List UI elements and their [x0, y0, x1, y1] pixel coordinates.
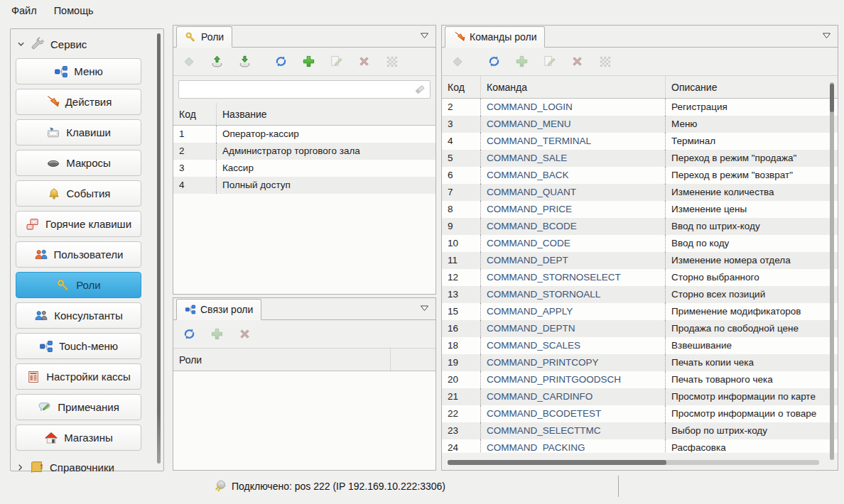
table-row[interactable]: 16COMMAND_DEPTNПродажа по свободной цене: [442, 320, 838, 337]
tab-role-commands[interactable]: Команды роли: [445, 26, 545, 48]
refresh-button[interactable]: [486, 54, 502, 70]
role-commands-panel: Команды роли КодКомандаОписание2COMMAND_…: [441, 25, 838, 471]
table-row[interactable]: 8COMMAND_PRICEИзменение цены: [442, 201, 838, 218]
add-button[interactable]: [514, 54, 529, 70]
table-row[interactable]: 15COMMAND_APPLYПрименение модификаторов: [442, 303, 838, 320]
sidebar-item-users[interactable]: Пользователи: [16, 241, 141, 268]
table-row[interactable]: 4COMMAND_TERMINALТерминал: [442, 133, 838, 150]
sidebar-item-consultants[interactable]: Консультанты: [16, 302, 141, 329]
column-header[interactable]: Команда: [480, 76, 665, 98]
tab-roles[interactable]: Роли: [176, 26, 232, 48]
grid-button[interactable]: [597, 54, 612, 70]
table-cell: 15: [442, 303, 480, 320]
sidebar-item-menu[interactable]: Меню: [16, 58, 141, 84]
table-row[interactable]: 2Администратор торгового зала: [173, 143, 435, 160]
consultants-icon: [34, 309, 48, 323]
panel-menu-icon[interactable]: [420, 32, 429, 39]
table-row[interactable]: 3Кассир: [173, 160, 435, 177]
column-header[interactable]: Код: [442, 76, 480, 98]
red-x-icon: [357, 55, 371, 68]
table-row[interactable]: 21COMMAND_CARDINFOПросмотр информации по…: [442, 388, 838, 405]
table-row[interactable]: 4Полный доступ: [173, 177, 435, 194]
lightning-icon: [453, 31, 465, 43]
delete-button[interactable]: [356, 54, 372, 70]
table-row[interactable]: 18COMMAND_SCALESВзвешивание: [442, 337, 838, 354]
column-header[interactable]: Название: [216, 103, 435, 125]
sidebar-item-touch-menu[interactable]: Touch-меню: [16, 333, 141, 359]
sidebar-item-pos-settings[interactable]: Настройки кассы: [16, 363, 141, 390]
eraser-icon[interactable]: [413, 83, 426, 96]
table-row[interactable]: 23COMMAND_SELECTTMCВыбор по штрих-коду: [442, 422, 838, 439]
vertical-scrollbar-thumb[interactable]: [830, 84, 834, 112]
table-cell: Терминал: [665, 133, 838, 150]
delete-button[interactable]: [569, 54, 585, 70]
vertical-scrollbar[interactable]: [830, 82, 834, 460]
apply-button[interactable]: [181, 54, 197, 70]
table-row[interactable]: 10COMMAND_CODEВвод по коду: [442, 235, 838, 252]
download-button[interactable]: [237, 54, 252, 70]
book-icon: [29, 459, 45, 475]
table-cell: 13: [442, 286, 480, 303]
table-cell: 23: [442, 422, 480, 439]
panel-menu-icon[interactable]: [822, 32, 831, 39]
chevron-down-icon: [17, 40, 25, 48]
role-links-panel: Связи роли Роли: [173, 297, 436, 471]
grid-button[interactable]: [384, 54, 399, 70]
statusbar-separator: [618, 476, 619, 497]
red-x-icon: [238, 327, 251, 341]
column-header[interactable]: [390, 349, 435, 371]
table-row[interactable]: 19COMMAND_PRINTCOPYПечать копии чека: [442, 354, 838, 371]
refresh-icon: [183, 327, 196, 341]
wrench-icon: [30, 36, 45, 52]
delete-button[interactable]: [237, 327, 252, 342]
tab-role-links[interactable]: Связи роли: [176, 299, 261, 320]
refresh-button[interactable]: [181, 327, 197, 342]
table-row[interactable]: 22COMMAND_BCODETESTПросмотр информации о…: [442, 405, 838, 422]
table-row[interactable]: 2COMMAND_LOGINРегистрация: [442, 99, 838, 116]
sidebar-item-hotkeys[interactable]: Горячие клавиши: [16, 211, 141, 237]
users-icon: [34, 248, 48, 262]
panel-menu-icon[interactable]: [420, 305, 429, 312]
table-row[interactable]: 3COMMAND_MENUМеню: [442, 116, 838, 133]
table-row[interactable]: 5COMMAND_SALEПереход в режим "продажа": [442, 150, 838, 167]
table-cell: Изменение номера отдела: [665, 252, 838, 269]
add-button[interactable]: [209, 327, 224, 342]
table-row[interactable]: 7COMMAND_QUANTИзменение количества: [442, 184, 838, 201]
column-header[interactable]: Описание: [665, 76, 838, 98]
sidebar-item-notes[interactable]: Примечания: [16, 394, 141, 420]
table-row[interactable]: 12COMMAND_STORNOSELECTСторно выбранного: [442, 269, 838, 286]
sidebar-scrollbar-thumb[interactable]: [157, 33, 161, 464]
menubar-item-help[interactable]: Помощь: [47, 3, 101, 18]
column-header[interactable]: Код: [173, 103, 216, 125]
add-button[interactable]: [301, 54, 316, 70]
apply-button[interactable]: [450, 54, 465, 70]
table-row[interactable]: 6COMMAND_BACKПереход в режим "возврат": [442, 167, 838, 184]
table-row[interactable]: 24COMMAND_PACKINGРасфасовка: [442, 439, 838, 452]
table-row[interactable]: 13COMMAND_STORNOALLСторно всех позиций: [442, 286, 838, 303]
edit-button[interactable]: [541, 54, 557, 70]
key-icon: [56, 278, 70, 292]
diamond-icon: [451, 55, 464, 68]
table-row[interactable]: 1Оператор-кассир: [173, 126, 435, 143]
table-row[interactable]: 20COMMAND_PRINTGOODSCHПечать товарного ч…: [442, 371, 838, 388]
refresh-button[interactable]: [273, 54, 288, 70]
menubar-item-file[interactable]: Файл: [4, 3, 44, 18]
table-cell: 6: [442, 167, 480, 184]
section-header-service[interactable]: Сервис: [11, 32, 163, 56]
horizontal-scrollbar-thumb[interactable]: [448, 460, 666, 465]
filter-input[interactable]: [178, 80, 431, 99]
edit-button[interactable]: [328, 54, 344, 70]
table-cell: COMMAND_TERMINAL: [480, 133, 665, 150]
column-header[interactable]: Роли: [173, 349, 390, 371]
sidebar-item-actions[interactable]: Действия: [16, 89, 141, 115]
table-row[interactable]: 9COMMAND_BCODEВвод по штрих-коду: [442, 218, 838, 235]
sidebar-item-macros[interactable]: Макросы: [16, 150, 141, 176]
table-row[interactable]: 11COMMAND_DEPTИзменение номера отдела: [442, 252, 838, 269]
sidebar-item-keys[interactable]: Клавиши: [16, 119, 141, 146]
horizontal-scrollbar[interactable]: [448, 460, 819, 465]
sidebar-item-stores[interactable]: Магазины: [16, 424, 141, 451]
sidebar-item-events[interactable]: События: [16, 180, 141, 207]
upload-button[interactable]: [209, 54, 224, 70]
table-cell: Полный доступ: [216, 177, 435, 194]
sidebar-item-roles[interactable]: Роли: [16, 272, 141, 298]
